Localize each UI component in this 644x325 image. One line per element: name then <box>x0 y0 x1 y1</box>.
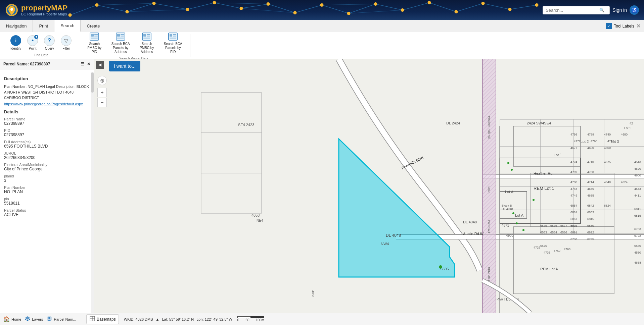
scrollbar-thumb[interactable] <box>91 72 94 93</box>
svg-text:6566: 6566 <box>560 231 567 234</box>
nav-tab-search[interactable]: Search <box>54 20 81 32</box>
svg-text:Part NW4: Part NW4 <box>488 220 491 233</box>
field-label-municipality: Electoral Area/Municipality <box>4 163 90 167</box>
svg-point-30 <box>186 8 189 11</box>
svg-text:6892: 6892 <box>587 231 594 234</box>
basemaps-label: Basemaps <box>97 317 116 322</box>
svg-text:SE4  2423: SE4 2423 <box>238 123 254 127</box>
nav-tab-create[interactable]: Create <box>81 20 106 32</box>
layers-button[interactable]: Layers <box>25 316 43 323</box>
search-bca-address-tool[interactable]: Search BCA Parcels by Address <box>108 31 133 55</box>
details-title: Details <box>4 109 90 114</box>
field-value-parcel-status: ACTIVE <box>4 212 90 217</box>
search-bca-address-icon <box>115 32 126 41</box>
svg-line-6 <box>154 3 188 9</box>
search-pmbc-pid-label: Search PMBC by PID <box>84 42 104 54</box>
tool-labels-checkbox[interactable] <box>606 23 612 29</box>
panel-menu-icon[interactable]: ☰ <box>81 62 84 66</box>
svg-text:4798: 4798 <box>570 133 577 136</box>
identify-tool[interactable]: i Identify <box>8 34 23 52</box>
logo-map: MAP <box>51 4 67 12</box>
identify-icon: i <box>10 35 21 46</box>
svg-text:6733: 6733 <box>570 237 577 241</box>
svg-text:4729: 4729 <box>534 246 540 249</box>
nav-tab-print[interactable]: Print <box>33 20 54 32</box>
point-tool[interactable]: • ▼ Point <box>25 34 40 52</box>
accessibility-icon[interactable]: ♿ <box>630 5 639 15</box>
bottom-center: Basemaps WKID: 4326 DMS ▲ Lat: 53° 59' 1… <box>80 314 641 324</box>
location-button[interactable]: ⊕ <box>97 76 107 85</box>
svg-text:6891: 6891 <box>570 231 577 234</box>
svg-rect-57 <box>147 36 150 37</box>
sign-in-button[interactable]: Sign in <box>612 7 627 13</box>
zoom-out-button[interactable]: − <box>97 98 107 107</box>
basemaps-button[interactable]: Basemaps <box>86 314 119 324</box>
svg-text:4677: 4677 <box>570 146 577 150</box>
identify-label: Identify <box>10 47 21 51</box>
svg-text:Block B: Block B <box>502 204 512 207</box>
svg-text:6575: 6575 <box>540 244 547 248</box>
svg-point-41 <box>481 2 485 5</box>
austin-rd-w-label: Austin Rd W <box>463 232 484 236</box>
svg-line-16 <box>429 3 456 12</box>
svg-text:4500: 4500 <box>604 146 611 150</box>
svg-line-8 <box>215 3 241 8</box>
wkid-arrow-icon[interactable]: ▲ <box>156 317 159 321</box>
search-pmbc-address-tool[interactable]: Search PMBC by Address <box>135 31 159 55</box>
layers-icon <box>25 316 31 323</box>
svg-line-20 <box>97 3 154 5</box>
panel-link[interactable]: https://www.princegeorge.ca/Pages/defaul… <box>4 102 90 106</box>
svg-text:4709: 4709 <box>570 170 577 174</box>
svg-text:6867: 6867 <box>570 217 577 221</box>
svg-text:4685: 4685 <box>587 194 594 197</box>
home-button[interactable]: 🏠 Home <box>3 316 21 322</box>
svg-point-40 <box>455 10 458 13</box>
logo-area: propertyMAP BC Regional Property Maps <box>5 3 67 17</box>
svg-line-19 <box>510 5 537 9</box>
point-label: Point <box>29 47 37 51</box>
field-value-parcel-name: 027398897 <box>4 121 90 126</box>
svg-text:6824: 6824 <box>604 204 611 207</box>
svg-point-26 <box>68 13 72 17</box>
svg-point-144 <box>533 199 535 201</box>
header-search-box[interactable]: 🔍 <box>543 6 610 14</box>
query-tool[interactable]: ? Query <box>42 34 57 52</box>
svg-text:4710: 4710 <box>587 160 594 164</box>
svg-point-31 <box>213 1 216 4</box>
svg-text:4668: 4668 <box>634 261 641 264</box>
coord-display: WKID: 4326 DMS ▲ Lat: 53° 59' 16.2" N Lo… <box>124 317 232 321</box>
lot-a-label-1: Lot A <box>515 213 524 217</box>
svg-text:6563: 6563 <box>540 231 547 234</box>
parcel-name-button[interactable]: Parcel Nam... <box>46 316 76 323</box>
logo-sub: BC Regional Property Maps <box>21 12 67 16</box>
home-label: Home <box>11 317 21 321</box>
svg-text:6815: 6815 <box>634 214 641 217</box>
svg-rect-51 <box>121 34 124 35</box>
field-value-pid: 027398897 <box>4 132 90 137</box>
svg-line-12 <box>322 5 349 13</box>
search-pmbc-pid-tool[interactable]: Search PMBC by PID <box>82 31 106 55</box>
svg-text:6576: 6576 <box>550 224 557 227</box>
svg-rect-55 <box>143 34 146 37</box>
i-want-to-button[interactable]: I want to... <box>109 61 140 71</box>
zoom-in-button[interactable]: + <box>97 88 107 97</box>
svg-text:6861: 6861 <box>570 211 577 214</box>
svg-text:DL 2424: DL 2424 <box>446 121 460 125</box>
close-nav-icon[interactable]: ✕ <box>636 23 641 29</box>
panel-close-icon[interactable]: ✕ <box>87 62 90 66</box>
side-panel-header: Parcel Name: 027398897 ☰ ✕ <box>0 59 94 69</box>
search-bca-pid-tool[interactable]: Search BCA Parcels by PID <box>161 31 185 55</box>
field-value-address: 6595 FOOTHILLS BLVD <box>4 144 90 149</box>
filter-tool[interactable]: ▽ Filter <box>59 34 74 52</box>
header-search-input[interactable] <box>546 8 599 13</box>
map-area[interactable]: ◀ I want to... ⊕ + − <box>94 59 644 313</box>
svg-line-11 <box>295 5 322 13</box>
svg-line-4 <box>97 5 127 12</box>
scrollbar-track[interactable] <box>91 72 94 313</box>
logo-icon <box>5 3 18 17</box>
panel-title: Parcel Name: 027398897 <box>3 62 50 66</box>
nav-tab-navigation[interactable]: Navigation <box>0 20 33 32</box>
svg-point-42 <box>508 8 512 11</box>
svg-point-35 <box>320 3 324 7</box>
logo-property: property <box>21 4 51 12</box>
